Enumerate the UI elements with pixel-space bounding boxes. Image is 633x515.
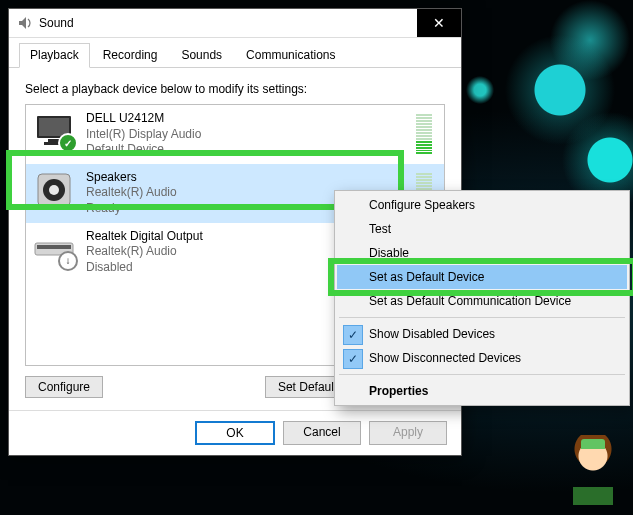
context-menu: Configure Speakers Test Disable Set as D…: [334, 190, 630, 406]
sound-icon: [17, 15, 33, 31]
menu-label: Properties: [369, 384, 428, 398]
check-icon: ✓: [343, 349, 363, 369]
menu-label: Set as Default Communication Device: [369, 294, 571, 308]
button-label: Apply: [393, 425, 423, 439]
cm-disable[interactable]: Disable: [337, 241, 627, 265]
tab-label: Playback: [30, 48, 79, 62]
svg-point-7: [49, 185, 59, 195]
window-title: Sound: [39, 16, 417, 30]
menu-separator: [339, 374, 625, 375]
menu-separator: [339, 317, 625, 318]
button-label: OK: [226, 426, 243, 440]
device-info: DELL U2412M Intel(R) Display Audio Defau…: [86, 111, 406, 158]
button-label: Configure: [38, 380, 90, 394]
tabs: Playback Recording Sounds Communications: [9, 38, 461, 68]
avatar-illustration: [563, 435, 623, 505]
svg-marker-0: [19, 17, 26, 29]
instruction-text: Select a playback device below to modify…: [25, 78, 445, 104]
cancel-button[interactable]: Cancel: [283, 421, 361, 445]
cm-test[interactable]: Test: [337, 217, 627, 241]
tab-sounds[interactable]: Sounds: [170, 43, 233, 68]
cm-show-disconnected[interactable]: ✓ Show Disconnected Devices: [337, 346, 627, 370]
monitor-icon: ✓: [32, 111, 76, 151]
default-check-badge: ✓: [58, 133, 78, 153]
configure-button[interactable]: Configure: [25, 376, 103, 398]
tab-playback[interactable]: Playback: [19, 43, 90, 68]
check-icon: ✓: [343, 325, 363, 345]
level-meter: [416, 114, 432, 154]
dialog-buttons: OK Cancel Apply: [9, 410, 461, 455]
disabled-badge: ↓: [58, 251, 78, 271]
tab-communications[interactable]: Communications: [235, 43, 346, 68]
tab-label: Recording: [103, 48, 158, 62]
menu-label: Show Disabled Devices: [369, 327, 495, 341]
button-label: Set Default: [278, 380, 337, 394]
tab-label: Communications: [246, 48, 335, 62]
tab-recording[interactable]: Recording: [92, 43, 169, 68]
menu-label: Configure Speakers: [369, 198, 475, 212]
digital-output-icon: ↓: [32, 229, 76, 269]
device-name: DELL U2412M: [86, 111, 406, 127]
cm-configure-speakers[interactable]: Configure Speakers: [337, 193, 627, 217]
cm-show-disabled[interactable]: ✓ Show Disabled Devices: [337, 322, 627, 346]
cm-properties[interactable]: Properties: [337, 379, 627, 403]
device-item-dell[interactable]: ✓ DELL U2412M Intel(R) Display Audio Def…: [26, 105, 444, 164]
cm-set-default-device[interactable]: Set as Default Device: [337, 265, 627, 289]
menu-label: Test: [369, 222, 391, 236]
button-label: Cancel: [303, 425, 340, 439]
menu-label: Show Disconnected Devices: [369, 351, 521, 365]
menu-label: Set as Default Device: [369, 270, 484, 284]
speaker-icon: [32, 170, 76, 210]
device-desc: Intel(R) Display Audio: [86, 127, 406, 143]
close-icon: ✕: [433, 15, 445, 31]
close-button[interactable]: ✕: [417, 9, 461, 37]
ok-button[interactable]: OK: [195, 421, 275, 445]
tab-label: Sounds: [181, 48, 222, 62]
menu-label: Disable: [369, 246, 409, 260]
device-status: Default Device: [86, 142, 406, 158]
apply-button[interactable]: Apply: [369, 421, 447, 445]
svg-rect-9: [37, 245, 71, 249]
cm-set-default-comm[interactable]: Set as Default Communication Device: [337, 289, 627, 313]
device-name: Speakers: [86, 170, 406, 186]
titlebar[interactable]: Sound ✕: [9, 9, 461, 38]
